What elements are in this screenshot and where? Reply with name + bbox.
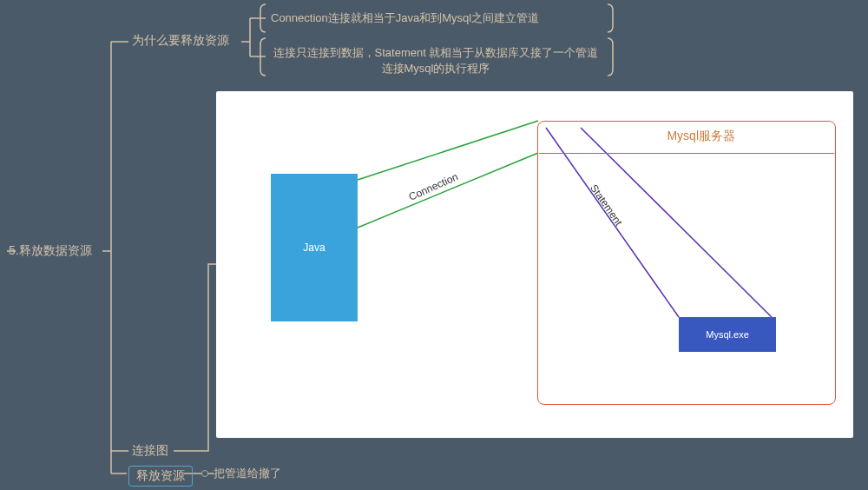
svg-line-1 (358, 153, 538, 228)
connection-diagram-panel: Java Mysql服务器 Mysql.exe Connection State… (216, 91, 853, 438)
release-resource-sub1: 把管道给撤了 (214, 466, 281, 481)
why-release-sub2: 连接只连接到数据，Statement 就相当于从数据库又接了一个管道连接Mysq… (271, 45, 601, 76)
mysql-server-label: Mysql服务器 (667, 129, 735, 144)
svg-line-0 (358, 121, 538, 180)
java-box-label: Java (303, 242, 325, 254)
java-box: Java (271, 174, 358, 321)
why-release-sub1: Connection连接就相当于Java和到Mysql之间建立管道 (271, 10, 539, 26)
mysql-server-box: Mysql服务器 Mysql.exe (537, 121, 836, 405)
branch-release-resource[interactable]: 释放资源 (128, 466, 193, 487)
mysql-server-divider (539, 153, 834, 154)
branch-why-release: 为什么要释放资源 (132, 33, 229, 49)
mysql-exe-label: Mysql.exe (706, 329, 749, 340)
branch-connection-diagram: 连接图 (132, 443, 168, 459)
mysql-exe-box: Mysql.exe (679, 317, 776, 352)
root-node: 5.释放数据资源 (9, 243, 92, 259)
expand-dot-icon[interactable] (201, 470, 208, 477)
connection-line-label: Connection (407, 170, 460, 202)
